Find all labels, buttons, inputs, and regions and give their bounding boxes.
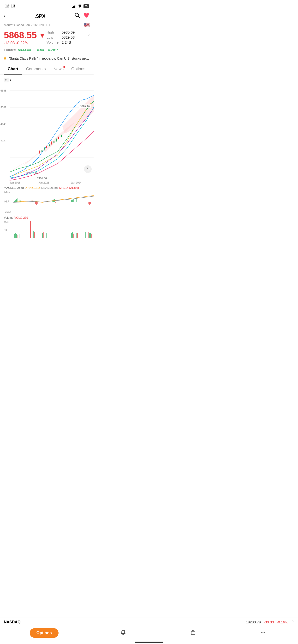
battery-icon: 63 <box>83 4 89 8</box>
svg-rect-89 <box>89 233 90 238</box>
news-notification-dot <box>63 66 65 68</box>
svg-rect-44 <box>16 199 17 202</box>
svg-rect-78 <box>45 234 45 238</box>
tab-options[interactable]: Options <box>67 64 89 74</box>
status-time: 12:13 <box>5 4 15 8</box>
svg-rect-82 <box>73 234 74 238</box>
svg-line-1 <box>78 16 80 18</box>
period-dropdown-icon[interactable]: ▾ <box>10 78 11 82</box>
chart-period-selector[interactable]: 5 ▾ <box>0 77 94 84</box>
high-value: 5935.09 <box>62 30 75 34</box>
svg-rect-62 <box>88 202 89 204</box>
svg-rect-45 <box>18 198 18 202</box>
svg-text:2191.86: 2191.86 <box>37 177 47 180</box>
svg-rect-75 <box>34 232 35 238</box>
svg-rect-80 <box>71 233 72 238</box>
search-icon[interactable] <box>74 12 80 20</box>
volume-label: Volume <box>47 40 60 44</box>
price-chart-svg: 6588 5367 4146 2925 <box>0 84 94 184</box>
svg-rect-15 <box>42 150 43 152</box>
svg-rect-49 <box>36 202 37 205</box>
tab-chart[interactable]: Chart <box>4 64 22 74</box>
svg-text:Jan 2018: Jan 2018 <box>10 181 20 184</box>
macd-header: MACD(12,26,9) DIF:451.315 DEA:390.391 MA… <box>4 186 90 190</box>
svg-rect-74 <box>33 231 34 238</box>
volume-row: Volume 2.24B <box>47 40 90 44</box>
futures-pct: +0.28% <box>46 48 58 52</box>
market-status-text: Market Closed Jan 2 16:00:00 ET <box>4 23 50 27</box>
svg-rect-56 <box>57 202 57 204</box>
svg-rect-85 <box>77 233 78 238</box>
volume-chart-svg: 96B 48 <box>4 220 94 239</box>
back-button[interactable]: ‹ <box>4 13 6 19</box>
dropdown-chevron-icon[interactable]: › <box>88 32 90 37</box>
macd-section: MACD(12,26,9) DIF:451.315 DEA:390.391 MA… <box>0 185 94 215</box>
futures-value: 5933.00 <box>18 48 31 52</box>
news-ticker-text: "Santa Claus Rally" in jeopardy: Can U.S… <box>9 56 90 60</box>
high-row: High 5935.09 <box>47 30 90 34</box>
svg-text:Jan 2021: Jan 2021 <box>38 181 49 184</box>
ticker-symbol: .SPX <box>35 14 46 19</box>
futures-change: +16.50 <box>33 48 44 52</box>
svg-rect-17 <box>44 148 45 150</box>
svg-rect-88 <box>88 232 89 238</box>
macd-dif: DIF:451.315 <box>25 186 41 190</box>
svg-rect-55 <box>55 202 56 203</box>
price-right: High 5935.09 Low 5829.53 Volume 2.24B › <box>47 30 90 44</box>
tab-comments[interactable]: Comments <box>22 64 49 74</box>
svg-rect-19 <box>46 146 47 148</box>
tab-news[interactable]: News <box>50 64 68 74</box>
svg-rect-58 <box>72 200 73 202</box>
svg-rect-64 <box>90 202 91 204</box>
svg-rect-68 <box>15 233 16 238</box>
price-left: 5868.55 ▼ -13.08 -0.22% <box>4 30 46 45</box>
price-change-value: -13.08 <box>4 41 15 45</box>
wifi-icon <box>78 4 82 8</box>
volume-label-text: Volume <box>4 216 14 220</box>
macd-chart-svg: 542.7 93.7 -355.4 <box>4 190 94 214</box>
refresh-icon: ↻ <box>86 166 90 172</box>
svg-rect-83 <box>75 232 75 238</box>
macd-dea: DEA:390.391 <box>41 186 58 190</box>
svg-rect-48 <box>35 202 36 204</box>
svg-rect-92 <box>93 233 93 238</box>
svg-rect-23 <box>51 142 52 144</box>
country-flag-icon: 🇺🇸 <box>84 22 90 28</box>
tabs-bar: Chart Comments News Options <box>0 64 94 75</box>
high-label: High <box>47 30 60 34</box>
main-price: 5868.55 ▼ <box>4 30 46 40</box>
header-actions <box>74 12 90 20</box>
svg-rect-84 <box>76 233 77 238</box>
volume-vol: VOL:2.239 <box>14 216 28 220</box>
svg-rect-79 <box>46 233 47 238</box>
news-ticker-bar[interactable]: # "Santa Claus Rally" in jeopardy: Can U… <box>0 54 94 63</box>
svg-rect-86 <box>85 232 86 238</box>
volume-header: Volume VOL:2.239 <box>4 216 90 220</box>
svg-rect-27 <box>56 139 57 141</box>
svg-rect-87 <box>87 231 87 238</box>
svg-text:6588: 6588 <box>1 89 6 92</box>
svg-rect-77 <box>43 232 44 238</box>
price-direction-icon: ▼ <box>39 32 46 40</box>
svg-text:93.7: 93.7 <box>4 200 9 203</box>
svg-rect-71 <box>19 234 20 238</box>
market-status-row: Market Closed Jan 2 16:00:00 ET 🇺🇸 <box>0 22 94 29</box>
period-value[interactable]: 5 <box>4 78 9 82</box>
svg-text:48: 48 <box>4 228 7 231</box>
chart-container: 5 ▾ 6588 5367 4146 2925 <box>0 75 94 240</box>
status-bar: 12:13 63 <box>0 0 94 10</box>
svg-rect-51 <box>39 202 39 204</box>
header: ‹ .SPX <box>0 10 94 22</box>
favorite-heart-icon[interactable] <box>83 12 90 20</box>
svg-rect-81 <box>72 232 73 238</box>
news-hash-icon: # <box>4 56 6 61</box>
svg-rect-70 <box>18 235 18 238</box>
low-label: Low <box>47 35 60 39</box>
svg-rect-50 <box>37 202 38 204</box>
svg-text:2925: 2925 <box>1 140 6 142</box>
svg-rect-69 <box>16 234 17 238</box>
svg-text:-355.4: -355.4 <box>4 210 11 213</box>
price-section: 5868.55 ▼ -13.08 -0.22% High 5935.09 Low… <box>0 29 94 47</box>
chart-refresh-button[interactable]: ↻ <box>84 165 92 173</box>
svg-rect-57 <box>71 200 72 202</box>
